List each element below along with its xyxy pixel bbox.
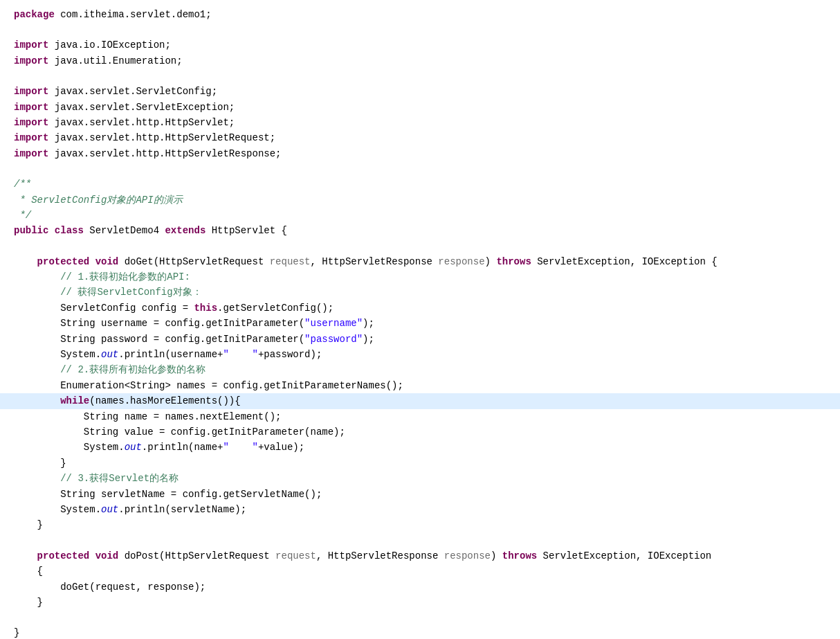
line-comment-2: // 获得ServletConfig对象： [0,285,840,300]
line-blank-6 [0,610,840,625]
line-comment-3: // 2.获得所有初始化参数的名称 [0,362,840,377]
line-6: import javax.servlet.ServletConfig; [0,84,840,99]
line-4: import java.util.Enumeration; [0,53,840,69]
line-while: while(names.hasMoreElements()){ [0,393,840,408]
line-doget-call: doGet(request, response); [0,579,840,595]
line-close-doget: } [0,517,840,532]
line-blank-3 [0,161,840,177]
code-editor: package com.itheima.servlet.demo1; impor… [0,0,840,639]
line-dopost-decl: protected void doPost(HttpServletRequest… [0,548,840,564]
line-class-decl: public class ServletDemo4 extends HttpSe… [0,223,840,238]
line-servletname: String servletName = config.getServletNa… [0,487,840,502]
line-3: import java.io.IOException; [0,37,840,53]
line-username: String username = config.getInitParamete… [0,316,840,331]
line-println-name: System.out.println(name+" "+value); [0,440,840,455]
line-close-while: } [0,456,840,471]
line-value: String value = config.getInitParameter(n… [0,424,840,440]
line-println-servletname: System.out.println(servletName); [0,502,840,517]
line-comment-1: // 1.获得初始化参数的API: [0,269,840,285]
line-name-next: String name = names.nextElement(); [0,409,840,424]
line-close-dopost: } [0,595,840,610]
line-doget-decl: protected void doGet(HttpServletRequest … [0,254,840,269]
line-enumeration: Enumeration<String> names = config.getIn… [0,378,840,393]
line-println-username: System.out.println(username+" "+password… [0,347,840,362]
line-close-class: } [0,625,840,639]
line-blank-5 [0,533,840,548]
line-password: String password = config.getInitParamete… [0,332,840,347]
line-10: import javax.servlet.http.HttpServletRes… [0,146,840,161]
line-7: import javax.servlet.ServletException; [0,100,840,115]
line-javadoc-comment: * ServletConfig对象的API的演示 [0,192,840,208]
line-9: import javax.servlet.http.HttpServletReq… [0,130,840,145]
line-open-dopost: { [0,564,840,579]
line-blank-1 [0,22,840,37]
line-blank-2 [0,69,840,84]
line-javadoc-start: /** [0,177,840,192]
line-blank-4 [0,239,840,254]
line-config: ServletConfig config = this.getServletCo… [0,300,840,316]
line-1: package com.itheima.servlet.demo1; [0,7,840,22]
line-javadoc-end: */ [0,208,840,223]
line-8: import javax.servlet.http.HttpServlet; [0,115,840,130]
line-comment-4: // 3.获得Servlet的名称 [0,471,840,486]
